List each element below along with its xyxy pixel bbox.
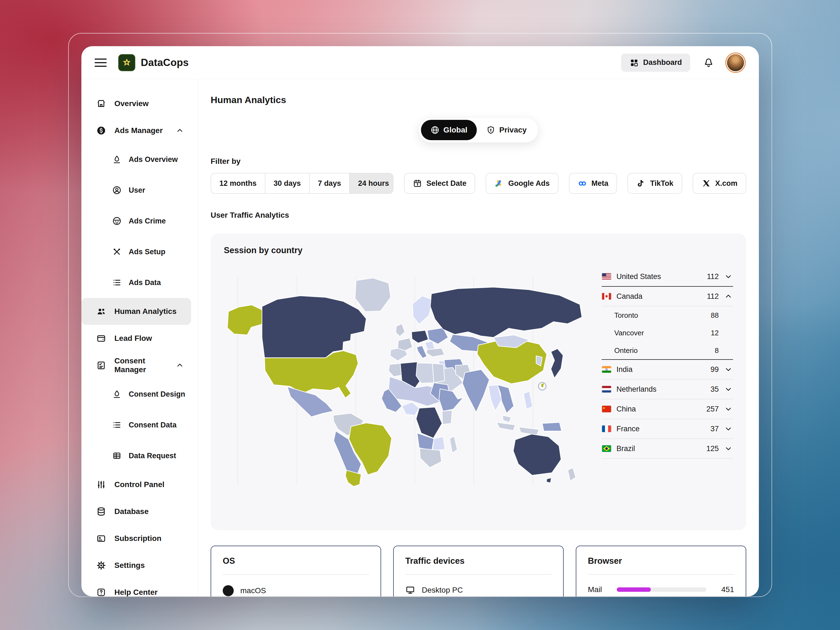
- map-nigeria: [402, 402, 419, 415]
- page-title: Human Analytics: [211, 94, 746, 105]
- sidebar-item-data-request[interactable]: Data Request: [81, 440, 198, 471]
- table-icon: [112, 451, 122, 460]
- sidebar-item-user[interactable]: User: [81, 175, 198, 206]
- map-uk: [396, 324, 405, 336]
- dashboard-button[interactable]: Dashboard: [621, 54, 690, 72]
- select-date-button[interactable]: Select Date: [404, 173, 475, 194]
- wallet-icon: [96, 334, 106, 343]
- region-row-onterio[interactable]: Onterio 8: [602, 342, 733, 359]
- country-value: 37: [711, 425, 719, 433]
- platform-x-button[interactable]: X.com: [693, 173, 746, 194]
- time-filter-7-days[interactable]: 7 days: [309, 173, 349, 193]
- country-name: Canada: [616, 292, 643, 301]
- time-filter-24-hours[interactable]: 24 hours: [349, 173, 393, 193]
- country-value: 99: [711, 365, 719, 374]
- chevron-down-icon[interactable]: [724, 444, 733, 453]
- map-japan: [551, 348, 563, 378]
- netherlands-flag-icon: [602, 386, 611, 393]
- canada-flag-icon: [602, 293, 611, 300]
- sidebar-item-ads-setup[interactable]: Ads Setup: [81, 236, 198, 267]
- sidebar-item-lead-flow[interactable]: Lead Flow: [81, 325, 198, 352]
- sidebar-item-consent-design[interactable]: Consent Design: [81, 379, 198, 410]
- sidebar-item-consent-data[interactable]: Consent Data: [81, 410, 198, 440]
- chevron-up-icon[interactable]: [724, 292, 733, 301]
- hamburger-menu-icon[interactable]: [95, 57, 107, 69]
- us-flag-icon: [602, 273, 611, 280]
- country-value: 35: [711, 385, 719, 394]
- sidebar-item-settings[interactable]: Settings: [81, 552, 198, 579]
- sidebar-label: Consent Manager: [114, 356, 167, 374]
- toggle-global[interactable]: Global: [421, 120, 477, 140]
- sidebar-label: Consent Data: [129, 421, 177, 429]
- consent-checklist-icon: [96, 361, 106, 370]
- people-icon: [96, 307, 106, 317]
- sidebar-item-database[interactable]: Database: [81, 498, 198, 525]
- device-item-label: Desktop PC: [422, 586, 463, 595]
- country-value: 257: [706, 405, 719, 413]
- sidebar-item-ads-manager[interactable]: Ads Manager: [81, 117, 198, 144]
- region-row-vancover[interactable]: Vancover 12: [602, 324, 733, 342]
- time-filter-12-months[interactable]: 12 months: [211, 173, 265, 193]
- chevron-down-icon[interactable]: [724, 385, 733, 393]
- map-madagascar: [450, 436, 457, 453]
- sidebar-label: Help Center: [114, 588, 158, 597]
- map-taiwan: [541, 383, 545, 388]
- country-value: 112: [707, 272, 719, 281]
- map-east-africa: [442, 410, 452, 424]
- platform-meta-button[interactable]: Meta: [569, 173, 617, 194]
- sidebar-item-ads-crime[interactable]: Ads Crime: [81, 206, 198, 236]
- country-list: United States 112: [602, 267, 733, 459]
- datacops-logo: [118, 54, 135, 71]
- map-egypt: [433, 363, 445, 383]
- sidebar-item-ads-overview[interactable]: Ads Overview: [81, 144, 198, 175]
- country-row-canada[interactable]: Canada 112: [602, 287, 733, 307]
- chevron-down-icon[interactable]: [724, 425, 733, 433]
- region-row-toronto[interactable]: Toronto 88: [602, 307, 733, 324]
- card-icon: [96, 534, 106, 543]
- country-row-india[interactable]: India 99: [602, 360, 733, 380]
- country-row-china[interactable]: China 257: [602, 399, 733, 419]
- region-name: Onterio: [614, 346, 638, 355]
- sidebar-item-subscription[interactable]: Subscription: [81, 525, 198, 552]
- country-row-brazil[interactable]: Brazil 125: [602, 439, 733, 459]
- sidebar-label: Ads Data: [129, 279, 161, 287]
- country-row-netherlands[interactable]: Netherlands 35: [602, 380, 733, 399]
- country-row-united-states[interactable]: United States 112: [602, 267, 733, 287]
- toggle-privacy[interactable]: Privacy: [477, 120, 536, 140]
- map-south-africa: [420, 448, 442, 468]
- user-avatar[interactable]: [725, 52, 746, 73]
- platform-google-ads-button[interactable]: Google Ads: [486, 173, 559, 194]
- time-filter-30-days[interactable]: 30 days: [265, 173, 309, 193]
- bottom-cards: OS macOS Traffic devices Desktop PC: [211, 546, 746, 597]
- notifications-bell-icon[interactable]: [703, 57, 714, 68]
- dashboard-label: Dashboard: [643, 58, 682, 67]
- sidebar-item-help-center[interactable]: Help Center: [81, 579, 198, 597]
- sidebar-item-human-analytics[interactable]: Human Analytics: [81, 298, 191, 325]
- sidebar-item-control-panel[interactable]: Control Panel: [81, 471, 198, 498]
- chevron-down-icon[interactable]: [724, 405, 733, 413]
- toggle-privacy-label: Privacy: [499, 126, 527, 134]
- sidebar-item-ads-data[interactable]: Ads Data: [81, 267, 198, 298]
- chevron-up-icon[interactable]: [176, 126, 184, 135]
- chevron-up-icon[interactable]: [176, 361, 184, 369]
- country-name: Brazil: [616, 444, 635, 453]
- map-indonesia: [497, 422, 515, 431]
- os-item-label: macOS: [240, 586, 266, 595]
- map-canada: [262, 296, 366, 358]
- country-row-france[interactable]: France 37: [602, 419, 733, 439]
- gear-icon: [96, 561, 106, 570]
- chevron-down-icon[interactable]: [724, 365, 733, 373]
- sidebar-label: Settings: [114, 561, 145, 570]
- country-value: 125: [706, 444, 719, 453]
- map-new-zealand: [568, 468, 576, 481]
- map-mexico: [287, 387, 333, 417]
- sidebar-item-consent-manager[interactable]: Consent Manager: [81, 352, 198, 379]
- browser-card-title: Browser: [588, 556, 734, 566]
- macos-icon: [223, 585, 234, 596]
- os-card: OS macOS: [211, 546, 381, 597]
- chevron-down-icon[interactable]: [724, 272, 733, 280]
- sidebar-item-overview[interactable]: Overview: [81, 90, 198, 117]
- platform-tiktok-button[interactable]: TikTok: [627, 173, 682, 194]
- map-tasmania: [546, 478, 551, 483]
- google-ads-icon: [494, 179, 504, 188]
